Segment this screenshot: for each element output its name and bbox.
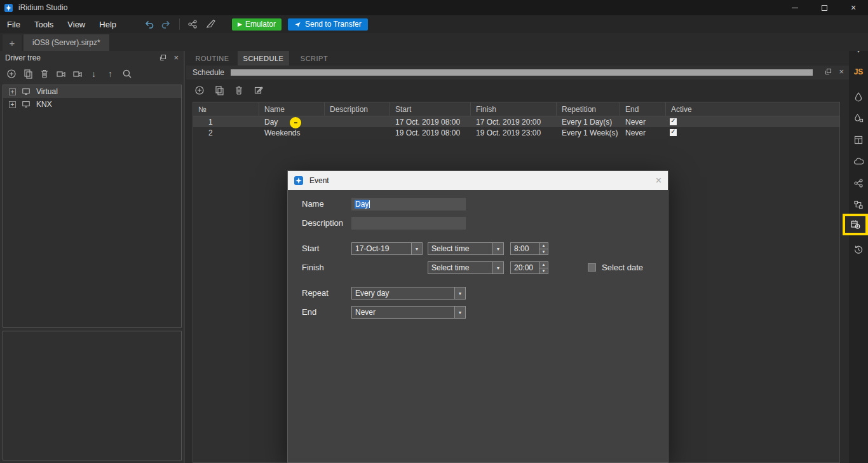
sidebar-item-macros[interactable]	[849, 196, 868, 214]
spin-up-button[interactable]: ▲	[539, 262, 548, 268]
finish-time-value: 20:00	[514, 262, 533, 273]
add-event-button[interactable]	[193, 83, 206, 97]
menu-help[interactable]: Help	[92, 15, 123, 33]
start-date-select[interactable]: 17-Oct-19 ▼	[351, 242, 423, 255]
column-header-finish[interactable]: Finish	[471, 102, 557, 116]
expand-icon[interactable]: +	[9, 88, 16, 95]
column-header-repetition[interactable]: Repetition	[557, 102, 620, 116]
right-sidebar: ▼ JS	[849, 33, 868, 463]
cell-finish: 17 Oct. 2019 20:00	[471, 116, 557, 127]
column-header-end[interactable]: End	[620, 102, 666, 116]
close-button[interactable]: ×	[839, 0, 868, 15]
menu-file[interactable]: File	[0, 15, 27, 33]
column-header-start[interactable]: Start	[390, 102, 471, 116]
tab-routine[interactable]: ROUTINE	[187, 51, 237, 66]
undo-button[interactable]	[140, 17, 158, 31]
column-header-num[interactable]: №	[193, 102, 259, 116]
panel-drag-handle[interactable]	[231, 69, 813, 76]
start-time-value: 8:00	[514, 243, 529, 254]
dialog-title-bar[interactable]: Event ×	[288, 171, 668, 190]
spin-down-button[interactable]: ▼	[539, 249, 548, 255]
maximize-button[interactable]	[810, 0, 839, 15]
project-structure-button[interactable]	[184, 17, 201, 31]
chevron-down-icon[interactable]: ▼	[454, 287, 465, 299]
chevron-down-icon[interactable]: ▼	[411, 243, 422, 254]
tab-script[interactable]: SCRIPT	[290, 51, 339, 66]
chevron-down-icon[interactable]: ▼	[454, 307, 465, 318]
delete-driver-button[interactable]	[37, 67, 51, 80]
name-field[interactable]: Day	[351, 198, 466, 211]
emulator-button[interactable]: ▶ Emulator	[232, 18, 281, 31]
delete-event-button[interactable]	[232, 83, 245, 97]
sidebar-item-relations[interactable]	[849, 174, 868, 192]
clone-event-button[interactable]	[212, 83, 226, 97]
window-controls: ×	[780, 0, 868, 15]
chevron-down-icon[interactable]: ▼	[492, 262, 503, 273]
tab-schedule[interactable]: SCHEDULE	[238, 51, 289, 66]
start-label: Start	[302, 242, 319, 255]
sidebar-item-styles[interactable]	[849, 109, 868, 127]
dialog-title: Event	[309, 176, 329, 185]
move-down-button[interactable]: ↓	[87, 67, 100, 80]
ink-drop-icon	[853, 92, 864, 102]
js-icon: JS	[854, 67, 864, 76]
import-device-button[interactable]	[71, 67, 84, 80]
new-tab-button[interactable]: +	[3, 34, 22, 51]
redo-button[interactable]	[158, 17, 175, 31]
name-field-value: Day	[355, 200, 369, 209]
sidebar-item-schedule-highlight[interactable]	[843, 214, 868, 235]
float-panel-icon[interactable]	[159, 53, 167, 62]
tree-item-knx[interactable]: + KNX	[3, 98, 181, 111]
column-header-active[interactable]: Active	[666, 102, 839, 116]
send-to-transfer-button[interactable]: Send to Transfer	[288, 18, 368, 31]
cell-repetition: Every 1 Week(s)	[557, 127, 620, 138]
sidebar-item-cloud[interactable]	[849, 153, 868, 170]
minimize-button[interactable]	[780, 0, 810, 15]
end-value: Never	[355, 307, 376, 318]
description-field[interactable]	[351, 217, 466, 230]
event-dialog: Event × Name Day Description Start 17-Oc…	[287, 170, 668, 463]
theme-editor-button[interactable]	[201, 17, 219, 31]
menu-tools[interactable]: Tools	[27, 15, 60, 33]
add-driver-button[interactable]	[4, 67, 18, 80]
close-panel-icon[interactable]: ×	[839, 67, 844, 76]
search-button[interactable]	[120, 67, 133, 80]
sidebar-item-scripts[interactable]: JS	[849, 62, 868, 81]
sidebar-item-colors[interactable]	[849, 88, 868, 106]
dialog-close-button[interactable]: ×	[656, 175, 661, 186]
start-time-spinner[interactable]: 8:00 ▲ ▼	[510, 242, 548, 255]
finish-time-select[interactable]: Select time ▼	[428, 261, 504, 274]
clone-driver-button[interactable]	[21, 67, 34, 80]
description-label: Description	[302, 217, 343, 230]
column-header-name[interactable]: Name	[259, 102, 325, 116]
document-tab[interactable]: iOS8 (Server).sirpz*	[24, 34, 109, 51]
active-checkbox[interactable]	[670, 118, 677, 125]
scan-devices-button[interactable]	[54, 67, 67, 80]
schedule-toolbar	[193, 83, 265, 97]
edit-event-button[interactable]	[252, 83, 265, 97]
end-select[interactable]: Never ▼	[351, 306, 466, 319]
repeat-label: Repeat	[302, 287, 329, 300]
table-row[interactable]: 2 Weekends 19 Oct. 2019 08:00 19 Oct. 20…	[193, 127, 839, 138]
device-scan-icon	[56, 69, 66, 79]
repeat-select[interactable]: Every day ▼	[351, 287, 466, 300]
select-date-checkbox[interactable]	[588, 263, 596, 272]
spinner-buttons: ▲ ▼	[539, 262, 548, 273]
float-panel-icon[interactable]	[824, 67, 832, 76]
move-up-button[interactable]: ↑	[104, 67, 117, 80]
finish-time-spinner[interactable]: 20:00 ▲ ▼	[510, 261, 548, 274]
start-time-select-value: Select time	[431, 243, 469, 254]
chevron-down-icon[interactable]: ▼	[492, 243, 503, 254]
sidebar-item-panels[interactable]	[849, 131, 868, 149]
expand-icon[interactable]: +	[9, 101, 16, 108]
close-panel-icon[interactable]: ×	[173, 53, 179, 62]
menu-view[interactable]: View	[60, 15, 92, 33]
column-header-description[interactable]: Description	[325, 102, 390, 116]
tree-item-virtual[interactable]: + Virtual	[3, 85, 181, 98]
spin-down-button[interactable]: ▼	[539, 268, 548, 274]
sidebar-item-history[interactable]	[849, 240, 868, 258]
redo-icon	[161, 19, 172, 29]
start-time-select[interactable]: Select time ▼	[428, 242, 504, 255]
active-checkbox[interactable]	[670, 129, 677, 136]
spin-up-button[interactable]: ▲	[539, 243, 548, 249]
